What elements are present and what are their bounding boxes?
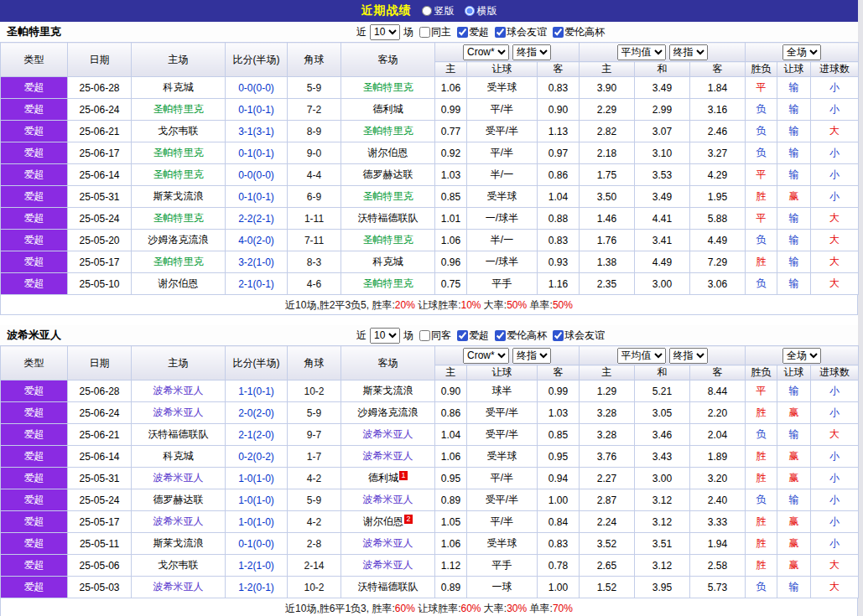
team-name-text: 科克城: [373, 256, 403, 267]
filter-bar: 近10场同主爱超球会友谊爱伦高杯: [356, 24, 605, 40]
handicap-result-cell: 输: [777, 142, 811, 164]
focus-team-name: 波希米亚人: [153, 385, 204, 396]
corners-cell: 7-2: [288, 99, 341, 121]
focus-team-name: 圣帕特里克: [363, 234, 413, 246]
vertical-radio[interactable]: [422, 6, 432, 16]
avg-home-cell: 1.52: [580, 577, 635, 598]
layout-option-vertical[interactable]: 竖版: [422, 4, 455, 18]
avg-home-cell: 2.65: [580, 555, 635, 577]
table-row: 爱超25-06-17圣帕特里克0-1(0-1)9-0谢尔伯恩0.92平/半0.9…: [1, 142, 859, 164]
score-cell: 0-0(0-0): [226, 164, 288, 186]
filter-checkbox-input[interactable]: [495, 330, 506, 341]
filter-checkbox-3[interactable]: 爱伦高杯: [548, 25, 605, 39]
result-cell: 平: [746, 380, 777, 402]
odds-home-cell: 0.85: [435, 186, 467, 208]
goals-cell: 大: [811, 424, 859, 446]
filter-checkbox-input[interactable]: [495, 27, 506, 38]
header-row-groups: 类型日期主场比分(半场)角球客场Crow*终指平均值终指全场: [1, 346, 859, 365]
odds-group-header: Crow*终指: [435, 43, 580, 62]
filter-checkbox-input[interactable]: [419, 330, 430, 341]
date-cell: 25-06-28: [68, 77, 132, 99]
handicap-result-cell: 输: [777, 208, 811, 230]
filter-checkbox-input[interactable]: [457, 27, 468, 38]
avg-home-cell: 2.18: [580, 142, 635, 164]
odds-away-cell: 1.04: [538, 186, 580, 208]
column-header: 比分(半场): [226, 346, 288, 380]
away-team-cell: 德罗赫达联: [341, 164, 435, 186]
odds-home-cell: 0.99: [435, 99, 467, 121]
filter-checkbox-input[interactable]: [457, 330, 468, 341]
handicap-cell: 半/一: [467, 230, 538, 251]
league-badge-cell: 爱超: [1, 77, 68, 99]
avg-away-cell: 5.88: [690, 208, 746, 230]
odds-away-cell: 1.16: [538, 273, 580, 295]
avg-home-cell: 1.46: [580, 208, 635, 230]
home-team-cell: 波希米亚人: [132, 468, 226, 489]
home-team-cell: 斯莱戈流浪: [132, 186, 226, 208]
filter-checkbox-1[interactable]: 爱超: [453, 329, 489, 343]
result-cell: 负: [746, 577, 777, 598]
away-team-cell: 波希米亚人: [341, 533, 435, 555]
away-team-cell: 斯莱戈流浪: [341, 380, 435, 402]
filter-checkbox-2[interactable]: 爱伦高杯: [491, 329, 547, 343]
bookmaker-select[interactable]: Crow*: [463, 44, 509, 60]
odds-type-select[interactable]: 终指: [512, 44, 551, 60]
odds-away-cell: 0.83: [538, 77, 580, 99]
filter-checkbox-1[interactable]: 爱超: [453, 25, 489, 39]
subcolumn-header: 主: [580, 365, 635, 380]
avg-odds-type-select[interactable]: 终指: [669, 348, 708, 364]
match-scope-select[interactable]: 全场: [782, 44, 821, 60]
avg-group-header: 平均值终指: [580, 43, 746, 62]
focus-team-name: 波希米亚人: [153, 406, 204, 418]
table-row: 爱超25-06-21戈尔韦联3-1(3-1)8-9圣帕特里克0.77受平/半1.…: [1, 121, 859, 142]
filter-checkbox-input[interactable]: [553, 330, 564, 341]
filter-checkbox-0[interactable]: 同客: [415, 329, 451, 343]
score-cell: 0-1(0-1): [226, 99, 288, 121]
result-cell: 负: [746, 230, 777, 251]
score-cell: 1-0(1-0): [226, 511, 288, 533]
away-team-cell: 沙姆洛克流浪: [341, 402, 435, 424]
score-cell: 0-1(0-0): [226, 533, 288, 555]
home-team-cell: 圣帕特里克: [132, 164, 226, 186]
horizontal-radio[interactable]: [465, 6, 475, 16]
odds-away-cell: 0.78: [538, 555, 580, 577]
home-team-cell: 圣帕特里克: [132, 208, 226, 230]
avg-source-select[interactable]: 平均值: [617, 348, 666, 364]
avg-draw-cell: 3.00: [635, 468, 690, 489]
odds-home-cell: 0.89: [435, 577, 467, 598]
filter-checkbox-input[interactable]: [553, 27, 564, 38]
home-team-cell: 波希米亚人: [132, 577, 226, 598]
league-badge-cell: 爱超: [1, 230, 68, 251]
bookmaker-select[interactable]: Crow*: [463, 348, 509, 364]
avg-odds-type-select[interactable]: 终指: [669, 44, 708, 60]
subcolumn-header: 和: [635, 365, 690, 380]
corners-cell: 7-11: [288, 230, 341, 251]
filter-checkbox-3[interactable]: 球会友谊: [548, 329, 605, 343]
avg-home-cell: 2.87: [580, 489, 635, 511]
subcolumn-header: 进球数: [811, 365, 859, 380]
goals-cell: 大: [811, 208, 859, 230]
team-name-text: 谢尔伯恩: [363, 515, 403, 527]
recent-count-select[interactable]: 10: [370, 328, 400, 344]
avg-source-select[interactable]: 平均值: [617, 44, 666, 60]
handicap-cell: 受半球: [467, 446, 538, 468]
odds-type-select[interactable]: 终指: [512, 348, 551, 364]
filter-checkbox-2[interactable]: 球会友谊: [491, 25, 547, 39]
table-row: 爱超25-05-17圣帕特里克3-2(1-0)8-3科克城0.96一/球半0.9…: [1, 251, 859, 273]
recent-count-select[interactable]: 10: [370, 24, 400, 40]
subcolumn-header: 主: [435, 62, 467, 77]
match-scope-select[interactable]: 全场: [782, 348, 821, 364]
handicap-cell: 一/球半: [467, 208, 538, 230]
layout-option-horizontal[interactable]: 横版: [465, 4, 497, 18]
team-name-text: 德罗赫达联: [153, 494, 204, 505]
filter-checkbox-0[interactable]: 同主: [415, 25, 451, 39]
avg-away-cell: 3.33: [690, 511, 746, 533]
home-team-cell: 波希米亚人: [132, 511, 226, 533]
focus-team-name: 波希米亚人: [363, 450, 413, 462]
filter-checkbox-input[interactable]: [419, 27, 430, 38]
corners-cell: 1-11: [288, 208, 341, 230]
goals-cell: 小: [811, 186, 859, 208]
subcolumn-header: 主: [580, 62, 635, 77]
odds-away-cell: 0.88: [538, 208, 580, 230]
score-cell: 3-2(1-0): [226, 251, 288, 273]
